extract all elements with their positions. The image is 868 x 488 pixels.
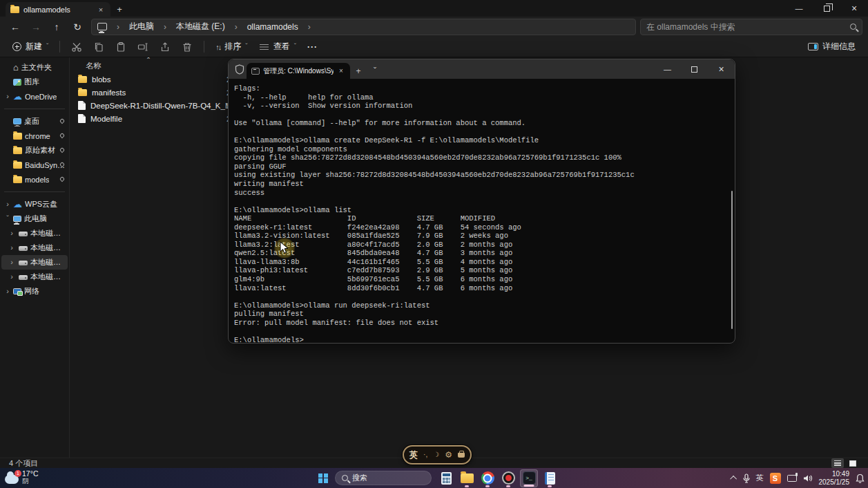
cast-display-icon[interactable] [787,475,797,482]
breadcrumb-this-pc[interactable]: 此电脑 [126,20,157,33]
breadcrumb-ollamamodels[interactable]: ollamamodels [244,21,301,32]
terminal-title-bar[interactable]: 管理员: C:\Windows\System32 × + ˇ — × [229,59,735,79]
sort-button[interactable]: ↑↓ 排序 ˇ [210,38,253,55]
sidebar-item-label: 原始素材 [25,145,55,156]
ime-toolbar[interactable]: 英 ·, ☽ ⚙ [403,445,472,464]
explorer-minimize-button[interactable]: — [785,0,813,17]
terminal-close-button[interactable]: × [708,59,735,79]
new-button[interactable]: 新建 ˇ [7,38,54,55]
ime-moon-icon[interactable]: ☽ [433,451,439,458]
view-icon [259,42,269,52]
start-button[interactable] [314,469,332,487]
chevron-down-icon[interactable]: ˇ [3,214,12,223]
up-button[interactable]: ↑ [47,19,66,35]
restore-icon [824,6,830,12]
terminal-maximize-button[interactable] [681,59,708,79]
terminal-tab-dropdown-button[interactable]: ˇ [367,63,383,79]
taskbar-search-box[interactable]: 搜索 [335,471,432,485]
breadcrumb[interactable]: › 此电脑 › 本地磁盘 (E:) › ollamamodels › [91,19,636,35]
ime-punctuation-icon[interactable]: ·, [423,451,427,458]
details-pane-label: 详细信息 [822,41,856,53]
toolbar-separator [204,41,204,53]
sort-ascending-icon: ˆ [147,57,150,66]
cut-button[interactable] [67,39,86,55]
details-pane-icon [808,43,818,50]
sidebar-item-this-pc[interactable]: ˇ 此电脑 [1,212,68,226]
sidebar-item-wps-cloud[interactable]: › ☁ WPS云盘 [1,197,68,212]
sidebar-item-desktop[interactable]: 桌面 [1,114,68,129]
microphone-icon[interactable] [743,473,750,483]
sidebar-item-chrome[interactable]: chrome [1,129,68,143]
taskbar-recorder-button[interactable] [499,469,517,487]
sidebar-item-home[interactable]: ⌂ 主文件夹 [1,60,68,75]
chevron-right-icon: › [111,22,125,32]
sidebar-item-label: models [25,176,49,184]
copy-icon [93,41,104,53]
notification-bell-icon[interactable] [856,473,865,483]
sidebar-item-baidusyncdisk[interactable]: BaiduSyncdisk [1,158,68,172]
chevron-right-icon[interactable]: › [8,229,16,237]
taskbar-calculator-button[interactable] [437,469,455,487]
tab-close-icon[interactable]: × [96,6,106,14]
explorer-restore-button[interactable] [813,0,840,17]
taskbar-chrome-button[interactable] [479,469,496,487]
terminal-tab-title: 管理员: C:\Windows\System32 [263,66,334,76]
sidebar-item-drive-d[interactable]: › 本地磁盘 (D:) [1,241,68,255]
explorer-search-box[interactable] [640,19,862,35]
copy-button[interactable] [89,39,108,55]
terminal-output[interactable]: Flags: -h, --help help for ollama -v, --… [229,79,735,343]
clock[interactable]: 10:49 2025/1/25 [819,470,850,487]
taskbar-notepad-button[interactable] [541,469,559,487]
ime-toolbox-icon[interactable] [458,453,465,458]
terminal-minimize-button[interactable]: — [654,59,681,79]
delete-button[interactable] [177,39,197,55]
thumbnail-view-icon [849,460,856,467]
view-button[interactable]: 查看 ˇ [253,38,302,55]
new-tab-button[interactable]: + [110,2,128,17]
hidden-icons-chevron-icon[interactable] [730,476,737,482]
explorer-close-button[interactable]: × [840,0,868,17]
sidebar-item-yuanshisucai[interactable]: 原始素材 [1,143,68,158]
more-options-button[interactable]: ··· [302,39,323,55]
back-button[interactable]: ← [6,19,25,35]
refresh-button[interactable]: ↻ [68,19,87,35]
share-button[interactable] [155,39,175,55]
terminal-tab-close-icon[interactable]: × [337,67,345,75]
details-pane-toggle[interactable]: 详细信息 [802,38,861,55]
paste-button[interactable] [111,39,131,55]
running-indicator [485,485,490,487]
details-view-button[interactable] [831,458,844,468]
ime-mode-english[interactable]: 英 [409,449,418,461]
chevron-right-icon[interactable]: › [3,287,12,295]
sidebar-item-drive-e[interactable]: › 本地磁盘 (E:) [1,255,68,270]
rename-button[interactable] [133,39,153,55]
sidebar-item-network[interactable]: › 网络 [1,284,68,299]
speaker-icon[interactable] [803,474,813,482]
ime-settings-gear-icon[interactable]: ⚙ [445,451,452,459]
terminal-scrollbar[interactable] [731,191,733,329]
terminal-tab[interactable]: 管理员: C:\Windows\System32 × [247,63,350,79]
sidebar-item-drive-f[interactable]: › 本地磁盘 (F:) [1,270,68,284]
chevron-right-icon[interactable]: › [8,258,16,266]
running-indicator [524,485,534,487]
explorer-search-input[interactable] [646,22,850,32]
taskbar-file-explorer-button[interactable] [458,469,476,487]
thumbnail-view-button[interactable] [847,458,859,468]
sort-arrows-icon: ↑↓ [215,43,220,51]
terminal-new-tab-button[interactable]: + [350,63,367,79]
taskbar-terminal-button[interactable]: >_ [520,469,538,487]
sidebar-item-drive-c[interactable]: › 本地磁盘 (C:) [1,226,68,241]
sidebar-item-gallery[interactable]: 图库 [1,75,68,89]
sidebar-item-onedrive[interactable]: › ☁ OneDrive [1,89,68,104]
explorer-tab[interactable]: ollamamodels × [6,2,110,17]
chevron-right-icon[interactable]: › [8,272,16,281]
chevron-right-icon[interactable]: › [3,92,12,100]
weather-widget[interactable]: 1 17°C 阴 [5,469,38,485]
forward-button[interactable]: → [26,19,46,35]
chevron-right-icon[interactable]: › [8,243,16,252]
chevron-right-icon[interactable]: › [3,200,12,208]
breadcrumb-drive-e[interactable]: 本地磁盘 (E:) [173,20,228,33]
sogou-ime-icon[interactable]: S [770,473,781,484]
ime-language-indicator[interactable]: 英 [756,473,764,483]
sidebar-item-models[interactable]: models [1,172,68,187]
